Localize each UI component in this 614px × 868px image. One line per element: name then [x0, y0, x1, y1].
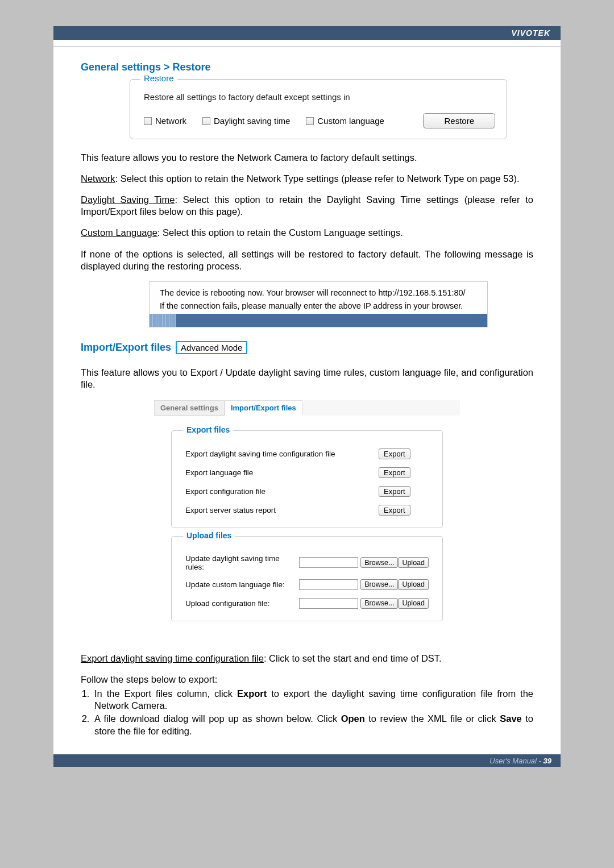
footer-text: User's Manual - [489, 757, 543, 765]
progress-ticks [150, 314, 176, 327]
upload-dst-browse[interactable]: Browse... [360, 557, 398, 568]
network-checkbox[interactable] [144, 117, 152, 125]
restore-desc: Restore all settings to factory default … [144, 92, 495, 102]
reboot-progressbar [150, 314, 487, 327]
para-customlang-body: : Select this option to retain the Custo… [157, 227, 403, 238]
upload-dst-upload[interactable]: Upload [398, 557, 429, 568]
document-page: VIVOTEK General settings > Restore Resto… [53, 26, 561, 767]
restore-options-row: Network Daylight saving time Custom lang… [144, 113, 495, 128]
content-area: General settings > Restore Restore Resto… [53, 47, 561, 754]
step-2: A file download dialog will pop up as sh… [92, 713, 533, 737]
upload-lang-input[interactable] [299, 579, 358, 590]
customlang-checkbox-label: Custom language [317, 116, 384, 126]
export-files-group: Export files Export daylight saving time… [171, 430, 443, 528]
steps-list: In the Export files column, click Export… [81, 688, 533, 737]
network-checkbox-label: Network [155, 116, 186, 126]
lower-export-dst: Export daylight saving time configuratio… [81, 653, 533, 665]
para-network-term: Network [81, 173, 115, 184]
restore-fieldset: Restore Restore all settings to factory … [130, 79, 507, 139]
para-noneselected: If none of the options is selected, all … [81, 248, 533, 272]
para-dst-term: Daylight Saving Time [81, 194, 175, 205]
export-dst-button[interactable]: Export [379, 448, 410, 459]
upload-legend: Upload files [183, 531, 235, 540]
panel-tabs: General settings Import/Export files [154, 400, 460, 416]
lower-export-dst-term: Export daylight saving time configuratio… [81, 653, 264, 663]
brand-bar: VIVOTEK [53, 26, 561, 40]
page-footer: User's Manual - 39 [53, 754, 561, 767]
para-customlang-term: Custom Language [81, 227, 157, 238]
brand-text: VIVOTEK [512, 28, 550, 38]
dst-checkbox[interactable] [202, 117, 210, 125]
upload-config-browse[interactable]: Browse... [360, 598, 398, 609]
tab-general-settings[interactable]: General settings [154, 400, 225, 416]
reboot-line2: If the connection fails, please manually… [150, 301, 487, 314]
upload-files-group: Upload files Update daylight saving time… [171, 536, 443, 621]
lower-export-dst-body: : Click to set the start and end time of… [264, 653, 442, 663]
upload-lang-browse[interactable]: Browse... [360, 579, 398, 590]
upload-lang-label: Update custom language file: [185, 580, 299, 589]
upload-dst-input[interactable] [299, 557, 358, 568]
para-network: Network: Select this option to retain th… [81, 173, 533, 185]
upload-dst-label: Update daylight saving time rules: [185, 554, 299, 571]
restore-legend: Restore [140, 73, 177, 83]
export-legend: Export files [183, 425, 233, 434]
upload-config-label: Upload configuration file: [185, 599, 299, 608]
upload-config-upload[interactable]: Upload [398, 598, 429, 609]
para-customlang: Custom Language: Select this option to r… [81, 227, 533, 239]
section-title-import-row: Import/Export files Advanced Mode [81, 341, 533, 354]
reboot-message-box: The device is rebooting now. Your browse… [149, 281, 488, 327]
para-dst: Daylight Saving Time: Select this option… [81, 194, 533, 218]
panel-body: Export files Export daylight saving time… [154, 416, 460, 638]
reboot-line1: The device is rebooting now. Your browse… [150, 288, 487, 301]
advanced-mode-badge: Advanced Mode [176, 341, 247, 354]
section-title-restore: General settings > Restore [81, 61, 533, 73]
tab-import-export[interactable]: Import/Export files [225, 400, 302, 416]
import-export-panel: General settings Import/Export files Exp… [154, 400, 460, 639]
export-status-button[interactable]: Export [379, 505, 410, 516]
step-1: In the Export files column, click Export… [92, 688, 533, 712]
upload-lang-upload[interactable]: Upload [398, 579, 429, 590]
footer-page: 39 [544, 757, 551, 765]
export-dst-label: Export daylight saving time configuratio… [185, 450, 379, 458]
section-title-import: Import/Export files [81, 342, 171, 354]
restore-button[interactable]: Restore [423, 113, 495, 128]
brand-divider [53, 40, 561, 47]
dst-checkbox-label: Daylight saving time [214, 116, 290, 126]
export-lang-label: Export language file [185, 468, 379, 477]
export-lang-button[interactable]: Export [379, 467, 410, 478]
export-config-button[interactable]: Export [379, 486, 410, 497]
para-intro: This feature allows you to restore the N… [81, 152, 533, 164]
lower-follow-steps: Follow the steps below to export: [81, 674, 533, 686]
export-config-label: Export configuration file [185, 487, 379, 496]
export-status-label: Export server status report [185, 506, 379, 514]
customlang-checkbox[interactable] [306, 117, 314, 125]
para-network-body: : Select this option to retain the Netwo… [115, 173, 520, 184]
import-intro: This feature allows you to Export / Upda… [81, 367, 533, 391]
upload-config-input[interactable] [299, 598, 358, 609]
